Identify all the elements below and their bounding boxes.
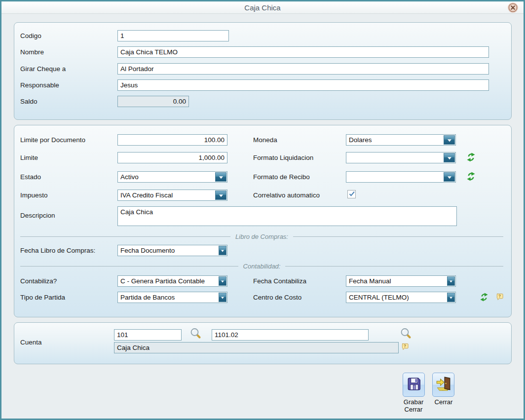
nombre-input[interactable] [117, 46, 489, 58]
chevron-down-icon[interactable] [444, 135, 455, 145]
chevron-down-icon[interactable] [219, 246, 226, 255]
impuesto-label: Impuesto [20, 191, 48, 199]
refresh-icon [480, 296, 488, 303]
moneda-label: Moneda [253, 136, 277, 144]
cuenta-nombre-field [114, 342, 399, 353]
centro-costo-hint-button[interactable]: ? [496, 293, 503, 301]
moneda-select-value: Dolares [349, 136, 443, 144]
search-icon [400, 333, 412, 341]
chevron-down-icon[interactable] [219, 293, 226, 302]
panel-cuenta: Cuenta ? [14, 322, 512, 364]
chevron-down-icon[interactable] [219, 276, 226, 286]
responsable-input[interactable] [117, 79, 489, 91]
refresh-formato-liquidacion-button[interactable] [466, 153, 476, 162]
impuesto-select-value: IVA Credito Fiscal [120, 191, 214, 199]
girar-cheque-label: Girar Cheque a [20, 65, 66, 73]
fecha-contabiliza-label: Fecha Contabiliza [253, 277, 306, 285]
codigo-input[interactable] [117, 30, 229, 41]
search-icon [189, 333, 201, 341]
chevron-down-icon[interactable] [447, 293, 455, 302]
centro-costo-label: Centro de Costo [253, 294, 301, 301]
tipo-partida-label: Tipo de Partida [20, 294, 65, 301]
cuenta-label: Cuenta [20, 339, 42, 346]
cuenta-codigo-input[interactable] [114, 329, 182, 341]
centro-costo-select-value: CENTRAL (TELMO) [349, 294, 446, 301]
refresh-icon [466, 156, 476, 163]
chevron-down-icon[interactable] [215, 172, 226, 182]
saldo-label: Saldo [20, 98, 38, 105]
estado-label: Estado [20, 173, 41, 181]
contabiliza-select-value: C - Genera Partida Contable [120, 277, 218, 285]
title-bar: Caja Chica [1, 1, 524, 14]
buscar-subcuenta-button[interactable] [400, 327, 412, 339]
divider-libro-compras-text: Libro de Compras: [235, 233, 288, 240]
formato-recibo-select[interactable] [346, 171, 456, 183]
saldo-field [117, 96, 189, 107]
cuenta-subcuenta-input[interactable] [212, 329, 369, 341]
caja-chica-dialog: { "window": { "title": "Caja Chica" }, "… [0, 0, 525, 420]
dialog-title: Caja Chica [1, 3, 524, 12]
save-icon [406, 376, 422, 394]
buscar-cuenta-button[interactable] [189, 327, 201, 339]
panel-configuracion: Limite por Documento Moneda Dolares Limi… [14, 125, 512, 317]
fecha-libro-compras-label: Fecha Libro de Compras: [20, 247, 95, 254]
cerrar-label: Cerrar [426, 398, 461, 406]
tipo-partida-select[interactable]: Partida de Bancos [117, 292, 227, 303]
limite-label: Limite [20, 154, 38, 161]
chevron-down-icon[interactable] [444, 153, 455, 162]
fecha-libro-compras-select-value: Fecha Documento [120, 247, 218, 254]
nombre-label: Nombre [20, 48, 44, 56]
check-icon [348, 191, 355, 197]
responsable-label: Responsable [20, 81, 59, 89]
impuesto-select[interactable]: IVA Credito Fiscal [117, 190, 227, 201]
svg-text:?: ? [498, 294, 501, 299]
chevron-down-icon[interactable] [447, 276, 455, 286]
refresh-icon [466, 175, 476, 183]
close-button[interactable] [508, 2, 518, 13]
chevron-down-icon[interactable] [444, 172, 455, 182]
centro-costo-select[interactable]: CENTRAL (TELMO) [346, 292, 456, 303]
correlativo-checkbox[interactable] [347, 190, 356, 198]
refresh-centro-costo-button[interactable] [480, 293, 488, 302]
estado-select-value: Activo [120, 173, 214, 181]
fecha-libro-compras-select[interactable]: Fecha Documento [117, 245, 227, 256]
formato-recibo-label: Formato de Recibo [253, 173, 310, 181]
svg-text:?: ? [404, 344, 406, 348]
divider-contabilidad-text: Contabilidad: [243, 263, 281, 270]
formato-liquidacion-label: Formato Liquidacion [253, 154, 313, 161]
contabiliza-select[interactable]: C - Genera Partida Contable [117, 275, 227, 287]
limite-input[interactable] [117, 152, 227, 163]
tipo-partida-select-value: Partida de Bancos [120, 294, 218, 301]
chevron-down-icon[interactable] [215, 191, 226, 200]
section-divider-contabilidad: Contabilidad: [20, 262, 503, 270]
codigo-label: Codigo [20, 32, 41, 39]
descripcion-input[interactable]: Caja Chica [117, 206, 457, 226]
limite-doc-label: Limite por Documento [20, 136, 85, 144]
refresh-formato-recibo-button[interactable] [466, 172, 476, 181]
section-divider-libro-compras: Libro de Compras: [20, 232, 503, 241]
formato-liquidacion-select[interactable] [346, 152, 456, 163]
tooltip-note-icon: ? [401, 344, 409, 352]
cerrar-button[interactable] [432, 373, 454, 397]
grabar-cerrar-button[interactable] [403, 373, 425, 397]
moneda-select[interactable]: Dolares [346, 134, 456, 146]
tooltip-note-icon: ? [496, 295, 503, 302]
panel-datos-generales: Codigo Nombre Girar Cheque a Responsable… [14, 22, 512, 120]
descripcion-label: Descripcion [20, 212, 55, 219]
girar-cheque-input[interactable] [117, 63, 489, 75]
cuenta-hint-button[interactable]: ? [401, 343, 409, 350]
estado-select[interactable]: Activo [117, 171, 227, 183]
exit-door-icon [435, 376, 452, 394]
grabar-cerrar-label: Grabar Cerrar [396, 398, 431, 413]
correlativo-label: Correlativo automatico [253, 191, 320, 199]
close-icon [508, 7, 518, 14]
contabiliza-label: Contabiliza? [20, 277, 57, 285]
limite-doc-input[interactable] [117, 134, 227, 146]
fecha-contabiliza-select-value: Fecha Manual [349, 277, 446, 285]
fecha-contabiliza-select[interactable]: Fecha Manual [346, 275, 456, 287]
